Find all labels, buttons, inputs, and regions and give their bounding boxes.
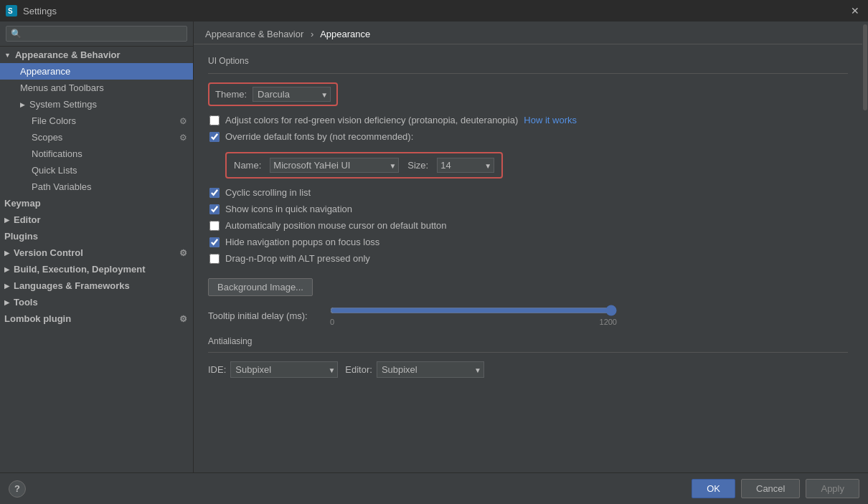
search-bar bbox=[0, 22, 193, 47]
ide-select-wrapper: SubpixelGreyscaleNone ▼ bbox=[230, 361, 338, 378]
antialiasing-row: IDE: SubpixelGreyscaleNone ▼ Editor: Sub… bbox=[208, 361, 848, 378]
triangle-icon: ▶ bbox=[4, 299, 9, 306]
sidebar-item-appearance[interactable]: Appearance bbox=[0, 63, 193, 80]
main-layout: ▼Appearance & BehaviorAppearanceMenus an… bbox=[0, 22, 868, 472]
override-fonts-row: Override default fonts by (not recommend… bbox=[208, 131, 848, 142]
font-name-select-wrapper: Microsoft YaHei UIArialSegoe UIConsolas … bbox=[270, 158, 399, 173]
sidebar-item-tools[interactable]: ▶Tools bbox=[0, 294, 193, 310]
font-size-select[interactable]: 10111213141516 bbox=[437, 158, 494, 173]
theme-select[interactable]: DarculaIntelliJ LightHigh contrast bbox=[253, 87, 331, 102]
sidebar-item-file-colors[interactable]: File Colors⚙ bbox=[0, 113, 193, 129]
sidebar-item-label: Appearance bbox=[20, 66, 70, 77]
triangle-icon: ▶ bbox=[20, 101, 25, 108]
triangle-icon: ▼ bbox=[4, 52, 11, 59]
theme-box: Theme: DarculaIntelliJ LightHigh contras… bbox=[208, 82, 338, 106]
cyclic-row: Cyclic scrolling in list bbox=[208, 187, 848, 198]
cyclic-checkbox[interactable] bbox=[209, 188, 220, 198]
svg-text:S: S bbox=[8, 7, 13, 15]
sidebar-item-label: Appearance & Behavior bbox=[15, 49, 121, 60]
sidebar-item-build-execution[interactable]: ▶Build, Execution, Deployment bbox=[0, 261, 193, 277]
close-button[interactable]: ✕ bbox=[848, 4, 862, 18]
title-text: Settings bbox=[23, 6, 57, 16]
sidebar-items-container: ▼Appearance & BehaviorAppearanceMenus an… bbox=[0, 47, 193, 327]
tick-min: 0 bbox=[330, 318, 334, 326]
editor-label: Editor: bbox=[345, 364, 372, 375]
divider-aa bbox=[208, 352, 848, 353]
gear-icon: ⚙ bbox=[179, 248, 187, 258]
tooltip-slider-row: Tooltip initial delay (ms): 0 1200 bbox=[208, 305, 848, 326]
sidebar-item-scopes[interactable]: Scopes⚙ bbox=[0, 129, 193, 146]
hide-nav-row: Hide navigation popups on focus loss bbox=[208, 237, 848, 247]
editor-select-wrapper: SubpixelGreyscaleNone ▼ bbox=[377, 361, 484, 378]
sidebar-item-label: Menus and Toolbars bbox=[20, 82, 104, 93]
sidebar-item-plugins[interactable]: Plugins bbox=[0, 228, 193, 244]
hide-nav-checkbox[interactable] bbox=[209, 237, 220, 247]
gear-icon: ⚙ bbox=[179, 133, 187, 143]
sidebar-item-lombok-plugin[interactable]: Lombok plugin⚙ bbox=[0, 310, 193, 327]
sidebar-item-path-variables[interactable]: Path Variables bbox=[0, 179, 193, 195]
sidebar-item-label: Editor bbox=[14, 214, 41, 225]
sidebar-item-label: Path Variables bbox=[32, 181, 92, 192]
editor-aa-select[interactable]: SubpixelGreyscaleNone bbox=[377, 361, 484, 378]
sidebar-item-notifications[interactable]: Notifications bbox=[0, 146, 193, 162]
sidebar-item-menus-toolbars[interactable]: Menus and Toolbars bbox=[0, 80, 193, 96]
ok-button[interactable]: OK bbox=[692, 479, 735, 498]
antialiasing-label: Antialiasing bbox=[208, 336, 848, 346]
sidebar-item-label: Languages & Frameworks bbox=[14, 280, 130, 291]
font-name-select[interactable]: Microsoft YaHei UIArialSegoe UIConsolas bbox=[270, 158, 399, 173]
triangle-icon: ▶ bbox=[4, 217, 9, 224]
gear-icon: ⚙ bbox=[179, 314, 187, 324]
icons-nav-row: Show icons in quick navigation bbox=[208, 204, 848, 214]
icons-nav-checkbox[interactable] bbox=[209, 204, 220, 214]
divider-ui bbox=[208, 73, 848, 74]
sidebar-item-label: File Colors bbox=[32, 115, 76, 126]
triangle-icon: ▶ bbox=[4, 249, 9, 257]
content-scroll: UI Options Theme: DarculaIntelliJ LightH… bbox=[194, 44, 862, 472]
scrollbar-thumb[interactable] bbox=[863, 24, 867, 110]
theme-select-wrapper: DarculaIntelliJ LightHigh contrast ▼ bbox=[253, 87, 331, 102]
sidebar-item-appearance-behavior[interactable]: ▼Appearance & Behavior bbox=[0, 47, 193, 63]
cancel-button[interactable]: Cancel bbox=[741, 479, 800, 498]
override-fonts-checkbox[interactable] bbox=[209, 132, 220, 142]
ui-options-label: UI Options bbox=[208, 56, 848, 66]
font-size-label: Size: bbox=[407, 160, 428, 171]
sidebar-item-version-control[interactable]: ▶Version Control⚙ bbox=[0, 244, 193, 261]
how-it-works-link[interactable]: How it works bbox=[524, 115, 577, 125]
bottom-bar: ? OK Cancel Apply bbox=[0, 472, 868, 504]
bottom-actions: OK Cancel Apply bbox=[692, 479, 859, 498]
ide-aa-item: IDE: SubpixelGreyscaleNone ▼ bbox=[208, 361, 338, 378]
sidebar-item-keymap[interactable]: Keymap bbox=[0, 195, 193, 211]
sidebar-item-label: Scopes bbox=[32, 132, 62, 143]
drag-drop-row: Drag-n-Drop with ALT pressed only bbox=[208, 253, 848, 264]
redgreen-checkbox[interactable] bbox=[209, 115, 220, 125]
sidebar-item-system-settings[interactable]: ▶System Settings bbox=[0, 96, 193, 113]
apply-button[interactable]: Apply bbox=[806, 479, 859, 498]
redgreen-row: Adjust colors for red-green vision defic… bbox=[208, 115, 848, 125]
search-input[interactable] bbox=[6, 26, 187, 42]
override-fonts-label: Override default fonts by (not recommend… bbox=[225, 131, 413, 142]
redgreen-label: Adjust colors for red-green vision defic… bbox=[225, 115, 518, 125]
background-image-button[interactable]: Background Image... bbox=[208, 278, 313, 296]
sidebar-item-languages-frameworks[interactable]: ▶Languages & Frameworks bbox=[0, 277, 193, 294]
title-bar: S Settings ✕ bbox=[0, 0, 868, 22]
tick-max: 1200 bbox=[600, 318, 617, 326]
breadcrumb-parent: Appearance & Behavior bbox=[205, 29, 303, 39]
ide-aa-select[interactable]: SubpixelGreyscaleNone bbox=[230, 361, 338, 378]
font-box: Name: Microsoft YaHei UIArialSegoe UICon… bbox=[225, 152, 503, 179]
sidebar-item-quick-lists[interactable]: Quick Lists bbox=[0, 162, 193, 179]
triangle-icon: ▶ bbox=[4, 266, 9, 273]
antialiasing-section: Antialiasing IDE: SubpixelGreyscaleNone … bbox=[208, 336, 848, 378]
scrollbar-track[interactable] bbox=[862, 22, 868, 472]
sidebar-item-label: Notifications bbox=[32, 148, 82, 159]
sidebar-item-editor[interactable]: ▶Editor bbox=[0, 211, 193, 228]
mouse-cursor-checkbox[interactable] bbox=[209, 221, 220, 231]
breadcrumb-separator: › bbox=[311, 29, 313, 39]
drag-drop-checkbox[interactable] bbox=[209, 254, 220, 264]
sidebar-item-label: Lombok plugin bbox=[4, 313, 71, 324]
sidebar-item-label: Build, Execution, Deployment bbox=[14, 264, 145, 275]
tooltip-slider[interactable] bbox=[330, 305, 617, 316]
sidebar: ▼Appearance & BehaviorAppearanceMenus an… bbox=[0, 22, 194, 472]
help-button[interactable]: ? bbox=[9, 480, 26, 498]
sidebar-item-label: Version Control bbox=[14, 247, 83, 258]
sidebar-item-label: Keymap bbox=[4, 198, 41, 209]
